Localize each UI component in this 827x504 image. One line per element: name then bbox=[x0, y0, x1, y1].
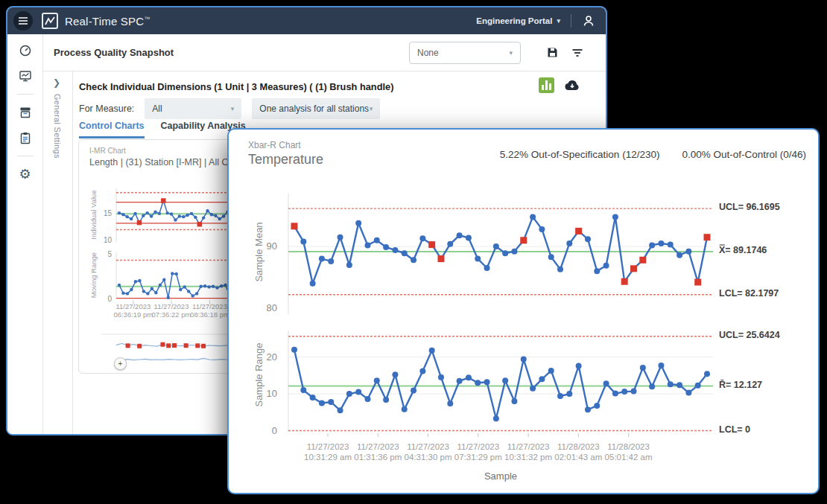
monitor-chart-icon[interactable] bbox=[18, 68, 33, 83]
chevron-down-icon: ▾ bbox=[231, 105, 235, 112]
svg-text:5: 5 bbox=[107, 250, 112, 258]
svg-text:04:31:30 pm: 04:31:30 pm bbox=[405, 453, 452, 462]
svg-text:11/28/2023: 11/28/2023 bbox=[557, 442, 600, 451]
svg-text:07:31:29 pm: 07:31:29 pm bbox=[454, 453, 502, 462]
control-limit-label: UCL= 25.6424 bbox=[719, 330, 780, 340]
svg-text:05:01:42 am: 05:01:42 am bbox=[605, 453, 653, 462]
svg-text:10: 10 bbox=[267, 388, 277, 399]
save-icon[interactable] bbox=[545, 45, 560, 60]
tab-bar: Control Charts Capability Analysis bbox=[79, 121, 246, 138]
measure-dropdown[interactable]: All▾ bbox=[145, 98, 241, 119]
navigator-handle[interactable]: + bbox=[114, 357, 127, 370]
chevron-down-icon: ▾ bbox=[509, 49, 513, 57]
svg-text:20: 20 bbox=[267, 351, 277, 363]
svg-text:10: 10 bbox=[104, 236, 113, 244]
svg-text:11/27/2023: 11/27/2023 bbox=[307, 442, 349, 451]
archive-box-icon[interactable] bbox=[18, 105, 33, 120]
chevron-expand-icon[interactable]: ❯ bbox=[53, 77, 60, 88]
divider bbox=[17, 156, 34, 156]
svg-text:11/28/2023: 11/28/2023 bbox=[607, 442, 650, 451]
xbar-r-chart-type-label: Xbar-R Chart bbox=[248, 140, 301, 150]
svg-text:90: 90 bbox=[267, 240, 277, 252]
svg-text:11/27/2023: 11/27/2023 bbox=[357, 442, 399, 451]
chevron-down-icon: ▾ bbox=[557, 17, 560, 25]
svg-text:11/27/2023: 11/27/2023 bbox=[507, 442, 550, 451]
page-title: Process Quality Snapshot bbox=[54, 47, 409, 58]
portal-selector[interactable]: Engineering Portal▾ bbox=[476, 16, 560, 25]
svg-text:06:36:19 pm: 06:36:19 pm bbox=[113, 310, 153, 319]
tab-control-charts[interactable]: Control Charts bbox=[79, 121, 145, 138]
svg-text:01:31:36 pm: 01:31:36 pm bbox=[354, 453, 402, 462]
filter-icon[interactable] bbox=[570, 45, 585, 60]
out-of-spec-stat: 5.22% Out-of-Specification (12/230) bbox=[500, 149, 660, 160]
gear-icon[interactable]: ⚙ bbox=[18, 167, 33, 182]
top-navbar: Real-Time SPC™ Engineering Portal▾ bbox=[7, 7, 606, 34]
chevron-down-icon: ▾ bbox=[370, 105, 373, 112]
svg-text:10:31:32 pm: 10:31:32 pm bbox=[504, 453, 552, 462]
divider bbox=[17, 94, 34, 95]
svg-text:11/27/2023: 11/27/2023 bbox=[192, 302, 227, 310]
moving-range-axis-label: Moving Range bbox=[89, 235, 98, 316]
control-limit-label: UCL= 96.1695 bbox=[719, 202, 780, 212]
menu-icon[interactable] bbox=[13, 11, 33, 31]
svg-text:15: 15 bbox=[104, 209, 113, 217]
screenshot-canvas: { "navbar": {"app_title": "Real-Time SPC… bbox=[0, 0, 827, 504]
section-title: Check Individual Dimensions (1 Unit | 3 … bbox=[79, 81, 393, 92]
out-of-control-stat: 0.00% Out-of-Control (0/46) bbox=[682, 149, 806, 160]
control-limit-label: X̿= 89.1746 bbox=[719, 245, 767, 255]
cloud-download-icon[interactable] bbox=[564, 79, 580, 92]
divider bbox=[571, 14, 571, 28]
toolbar: Process Quality Snapshot None ▾ bbox=[43, 34, 606, 71]
sidebar-rail: ⚙ bbox=[7, 34, 43, 434]
xbar-r-chart-window: Xbar-R Chart Temperature 5.22% Out-of-Sp… bbox=[227, 128, 820, 494]
analysis-dropdown[interactable]: One analysis for all stations▾ bbox=[252, 98, 380, 119]
clipboard-icon[interactable] bbox=[18, 130, 33, 145]
for-measure-label: For Measure: bbox=[79, 103, 134, 114]
svg-text:80: 80 bbox=[267, 302, 277, 313]
user-icon[interactable] bbox=[582, 14, 595, 28]
svg-text:0: 0 bbox=[107, 295, 112, 303]
svg-text:11/27/2023: 11/27/2023 bbox=[457, 442, 499, 451]
svg-text:07:36:22 pm: 07:36:22 pm bbox=[152, 310, 191, 319]
control-limit-label: LCL= 82.1797 bbox=[719, 288, 779, 299]
x-axis-title: Sample bbox=[288, 470, 713, 482]
app-title: Real-Time SPC™ bbox=[65, 15, 150, 28]
general-settings-panel[interactable]: ❯ General Settings bbox=[43, 71, 73, 434]
svg-text:11/27/2023: 11/27/2023 bbox=[407, 442, 449, 451]
control-limit-label: R̄= 12.127 bbox=[719, 380, 762, 390]
svg-text:08:36:18 pm: 08:36:18 pm bbox=[190, 310, 229, 319]
svg-text:02:01:43 am: 02:01:43 am bbox=[554, 453, 602, 462]
app-logo-icon bbox=[42, 13, 58, 29]
imr-chart-type-label: I-MR Chart bbox=[89, 147, 126, 155]
svg-text:10:31:29 am: 10:31:29 am bbox=[304, 453, 352, 462]
svg-text:11/27/2023: 11/27/2023 bbox=[115, 302, 150, 310]
general-settings-label: General Settings bbox=[53, 94, 62, 159]
chart-view-icon[interactable] bbox=[539, 77, 554, 93]
preset-dropdown[interactable]: None ▾ bbox=[409, 42, 521, 64]
control-limit-label: LCL= 0 bbox=[719, 424, 750, 435]
svg-text:11/27/2023: 11/27/2023 bbox=[154, 302, 189, 310]
sample-range-chart: 2010011/27/202310:31:29 am11/27/202301:3… bbox=[229, 322, 818, 468]
svg-text:0: 0 bbox=[272, 425, 277, 436]
xbar-r-chart-title: Temperature bbox=[248, 152, 323, 168]
gauge-dashboard-icon[interactable] bbox=[18, 43, 33, 58]
